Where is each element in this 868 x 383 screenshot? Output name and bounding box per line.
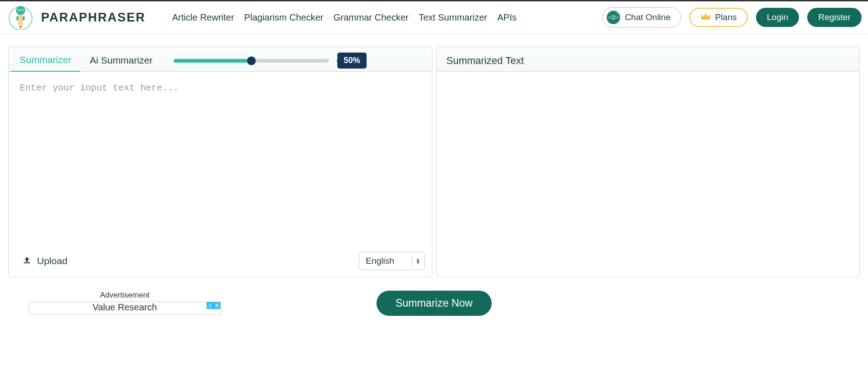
advertisement-label: Advertisement bbox=[29, 291, 221, 300]
advertisement-text: Value Research bbox=[93, 302, 157, 312]
summarize-now-button[interactable]: Summarize Now bbox=[376, 291, 492, 316]
plans-button[interactable]: Plans bbox=[689, 8, 748, 27]
language-select[interactable]: English ▲▼ bbox=[359, 252, 424, 270]
tab-ai-summarizer[interactable]: Ai Summarizer bbox=[80, 50, 162, 71]
panels-row: Summarizer Ai Summarizer 50% Upload bbox=[8, 47, 860, 277]
upload-button[interactable]: Upload bbox=[22, 255, 68, 267]
login-button[interactable]: Login bbox=[756, 8, 799, 27]
select-arrows-icon: ▲▼ bbox=[412, 255, 424, 267]
svg-point-1 bbox=[16, 6, 25, 15]
input-panel-head: Summarizer Ai Summarizer 50% bbox=[9, 47, 432, 72]
svg-rect-12 bbox=[610, 15, 616, 19]
output-panel-head: Summarized Text bbox=[437, 47, 860, 72]
input-panel-footer: Upload English ▲▼ bbox=[9, 247, 432, 277]
logo-area[interactable]: PARAPHRASER bbox=[6, 5, 146, 30]
chat-online-button[interactable]: Chat Online bbox=[602, 7, 681, 27]
svg-rect-16 bbox=[24, 262, 30, 263]
input-textarea[interactable] bbox=[9, 72, 432, 245]
chat-bot-icon bbox=[607, 11, 620, 24]
advertisement-box[interactable]: Value Research i ✕ bbox=[29, 302, 221, 314]
ad-markers: i ✕ bbox=[207, 302, 220, 309]
upload-label: Upload bbox=[37, 255, 68, 266]
crown-icon bbox=[700, 12, 711, 22]
slider-percent-badge: 50% bbox=[337, 53, 367, 69]
svg-point-4 bbox=[18, 10, 19, 11]
output-body bbox=[437, 72, 860, 270]
main-nav: Article Rewriter Plagiarism Checker Gram… bbox=[172, 12, 517, 23]
main-header: PARAPHRASER Article Rewriter Plagiarism … bbox=[0, 1, 868, 34]
svg-rect-9 bbox=[16, 16, 18, 21]
nav-grammar-checker[interactable]: Grammar Checker bbox=[334, 12, 409, 23]
main-content: Summarizer Ai Summarizer 50% Upload bbox=[0, 34, 868, 331]
ad-info-icon[interactable]: i bbox=[207, 302, 213, 309]
nav-text-summarizer[interactable]: Text Summarizer bbox=[419, 12, 487, 23]
slider-thumb[interactable] bbox=[247, 56, 256, 65]
summary-length-slider[interactable] bbox=[174, 59, 329, 63]
language-selected: English bbox=[359, 252, 411, 270]
input-panel: Summarizer Ai Summarizer 50% Upload bbox=[8, 47, 432, 277]
output-panel: Summarized Text bbox=[436, 47, 860, 277]
register-button[interactable]: Register bbox=[807, 8, 862, 27]
plans-label: Plans bbox=[715, 12, 737, 22]
upload-icon bbox=[22, 255, 32, 267]
svg-rect-10 bbox=[23, 16, 25, 21]
nav-apis[interactable]: APIs bbox=[497, 12, 517, 23]
svg-point-13 bbox=[611, 16, 612, 18]
brand-title: PARAPHRASER bbox=[41, 11, 146, 25]
summary-length-slider-wrap: 50% bbox=[174, 53, 430, 69]
output-title: Summarized Text bbox=[438, 55, 524, 67]
paraphraser-logo-icon bbox=[6, 5, 35, 30]
svg-point-5 bbox=[22, 10, 23, 11]
nav-plagiarism-checker[interactable]: Plagiarism Checker bbox=[244, 12, 323, 23]
bottom-row: Advertisement Value Research i ✕ Summari… bbox=[8, 291, 860, 318]
svg-rect-6 bbox=[18, 15, 23, 25]
svg-point-15 bbox=[617, 13, 618, 15]
tab-summarizer[interactable]: Summarizer bbox=[11, 49, 80, 72]
advertisement-column: Advertisement Value Research i ✕ bbox=[29, 291, 221, 314]
svg-point-14 bbox=[614, 16, 615, 18]
nav-article-rewriter[interactable]: Article Rewriter bbox=[172, 12, 234, 23]
svg-marker-8 bbox=[20, 27, 21, 28]
ad-close-icon[interactable]: ✕ bbox=[213, 302, 220, 309]
chat-label: Chat Online bbox=[625, 12, 671, 22]
